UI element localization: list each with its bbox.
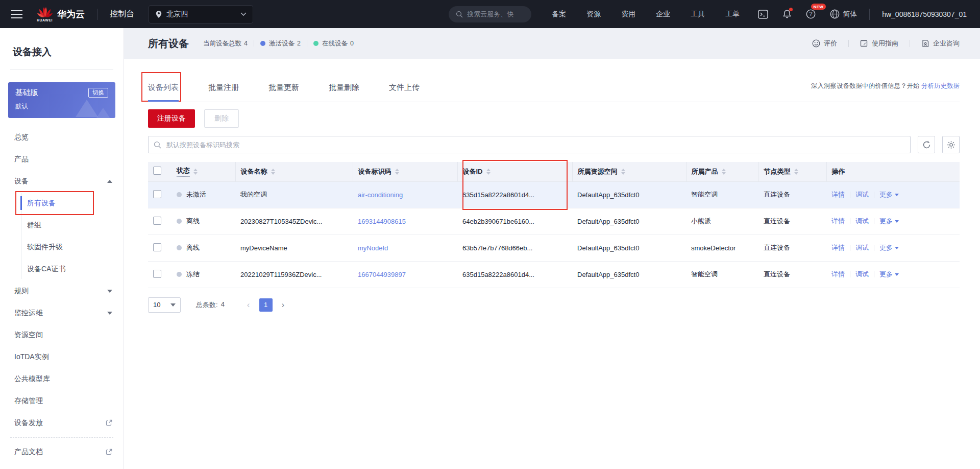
- sidebar-item-api-explorer[interactable]: API检索和调试: [0, 463, 124, 469]
- edition-card[interactable]: 基础版 切换 默认: [8, 82, 115, 118]
- sidebar-item-device-provisioning[interactable]: 设备发放: [0, 412, 124, 434]
- sidebar-item-products[interactable]: 产品: [0, 148, 124, 170]
- sidebar-item-rules[interactable]: 规则: [0, 280, 124, 302]
- more-menu[interactable]: 更多: [879, 190, 899, 199]
- sort-icon[interactable]: [395, 169, 399, 175]
- node-id-link[interactable]: 1693144908615: [358, 218, 406, 225]
- language-switcher[interactable]: 简体: [830, 9, 857, 19]
- tab-batch-register[interactable]: 批量注册: [208, 83, 239, 102]
- user-guide-button[interactable]: 使用指南: [860, 39, 898, 48]
- next-page-button[interactable]: ›: [282, 300, 285, 310]
- column-device-id[interactable]: 设备ID: [457, 162, 572, 181]
- huawei-cloud-logo[interactable]: HUAWEI 华为云: [37, 7, 85, 22]
- column-resource-space[interactable]: 所属资源空间: [572, 162, 686, 181]
- sidebar-item-product-docs[interactable]: 产品文档: [0, 441, 124, 463]
- switch-edition-button[interactable]: 切换: [88, 88, 108, 98]
- search-icon: [456, 11, 463, 18]
- nav-item-beian[interactable]: 备案: [552, 10, 566, 19]
- column-node-id[interactable]: 设备标识码: [353, 162, 457, 181]
- sort-icon[interactable]: [193, 169, 198, 175]
- row-checkbox[interactable]: [153, 270, 161, 278]
- enterprise-consult-button[interactable]: 企业咨询: [921, 39, 960, 48]
- sidebar-item-devices[interactable]: 设备: [0, 170, 124, 192]
- debug-link[interactable]: 调试: [855, 243, 869, 252]
- debug-link[interactable]: 调试: [855, 190, 869, 199]
- sidebar-item-firmware-upgrade[interactable]: 软固件升级: [0, 236, 124, 258]
- sort-icon[interactable]: [722, 169, 726, 175]
- sort-icon[interactable]: [794, 169, 798, 175]
- node-id-link[interactable]: 1667044939897: [358, 271, 406, 278]
- page-size-select[interactable]: 10: [148, 297, 181, 313]
- refresh-button[interactable]: [918, 136, 935, 153]
- sidebar-item-monitoring[interactable]: 监控运维: [0, 302, 124, 324]
- node-type: 直连设备: [758, 235, 826, 261]
- device-search-box[interactable]: [148, 136, 911, 153]
- debug-link[interactable]: 调试: [855, 270, 869, 279]
- analyze-history-link[interactable]: 分析历史数据: [921, 82, 960, 89]
- activated-dot-icon: [260, 41, 265, 46]
- row-checkbox[interactable]: [153, 217, 161, 225]
- sort-icon[interactable]: [271, 169, 275, 175]
- prev-page-button[interactable]: ‹: [247, 300, 250, 310]
- table-row: 离线 20230827T105345ZDevic... 169314490861…: [148, 208, 960, 235]
- register-device-button[interactable]: 注册设备: [148, 109, 195, 128]
- more-menu[interactable]: 更多: [879, 270, 899, 279]
- detail-link[interactable]: 详情: [831, 190, 845, 199]
- device-name: myDeviceName: [235, 235, 353, 261]
- sidebar-item-public-model-library[interactable]: 公共模型库: [0, 368, 124, 390]
- hamburger-menu-icon[interactable]: [11, 10, 22, 18]
- sort-icon[interactable]: [621, 169, 625, 175]
- node-id-link[interactable]: myNodeId: [358, 244, 388, 252]
- external-link-icon: [106, 419, 112, 426]
- tab-file-upload[interactable]: 文件上传: [389, 83, 420, 102]
- sidebar-item-all-devices[interactable]: 所有设备: [0, 192, 124, 214]
- tab-batch-delete[interactable]: 批量删除: [329, 83, 359, 102]
- region-selector[interactable]: 北京四: [149, 5, 253, 24]
- stat-activated-label: 激活设备: [269, 39, 295, 48]
- cli-terminal-icon[interactable]: [758, 10, 768, 19]
- tab-device-list[interactable]: 设备列表: [148, 83, 179, 102]
- device-search-input[interactable]: [165, 140, 905, 149]
- chevron-down-icon: [107, 290, 112, 293]
- debug-link[interactable]: 调试: [855, 217, 869, 226]
- node-id-link[interactable]: air-conditioning: [358, 191, 403, 199]
- sidebar-item-iotda-instances[interactable]: IoTDA实例: [0, 346, 124, 368]
- row-checkbox[interactable]: [153, 243, 161, 251]
- feedback-button[interactable]: 评价: [812, 39, 837, 48]
- notifications-bell-icon[interactable]: [782, 9, 792, 19]
- page-number-current[interactable]: 1: [259, 298, 273, 312]
- content-panel: 设备列表 批量注册 批量更新 批量删除 文件上传 深入洞察设备数据中的价值信息？…: [124, 59, 980, 469]
- column-status[interactable]: 状态: [172, 162, 235, 181]
- table-settings-button[interactable]: [942, 136, 960, 153]
- sidebar-item-overview[interactable]: 总览: [0, 126, 124, 148]
- nav-item-billing[interactable]: 费用: [621, 10, 635, 19]
- nav-item-resources[interactable]: 资源: [586, 10, 601, 19]
- detail-link[interactable]: 详情: [831, 217, 845, 226]
- detail-link[interactable]: 详情: [831, 243, 845, 252]
- sidebar-item-resource-spaces[interactable]: 资源空间: [0, 324, 124, 346]
- more-menu[interactable]: 更多: [879, 217, 899, 226]
- topbar-search[interactable]: 搜索云服务、快: [449, 6, 531, 22]
- row-checkbox[interactable]: [153, 190, 161, 198]
- brand-name: 华为云: [57, 8, 85, 20]
- column-node-type[interactable]: 节点类型: [758, 162, 826, 181]
- sidebar-item-groups[interactable]: 群组: [0, 214, 124, 236]
- detail-link[interactable]: 详情: [831, 270, 845, 279]
- account-name[interactable]: hw_008618750930307_01: [882, 10, 967, 18]
- resource-space: DefaultApp_635dfct0: [572, 235, 686, 261]
- total-value: 4: [221, 300, 225, 310]
- column-device-name[interactable]: 设备名称: [235, 162, 353, 181]
- nav-item-tools[interactable]: 工具: [691, 10, 705, 19]
- more-menu[interactable]: 更多: [879, 243, 899, 252]
- nav-item-tickets[interactable]: 工单: [725, 10, 740, 19]
- sort-icon[interactable]: [486, 169, 491, 175]
- select-all-checkbox[interactable]: [153, 167, 161, 175]
- help-icon[interactable]: ? NEW: [806, 9, 816, 19]
- sidebar-item-device-ca-cert[interactable]: 设备CA证书: [0, 258, 124, 280]
- tab-batch-update[interactable]: 批量更新: [268, 83, 299, 102]
- column-product[interactable]: 所属产品: [686, 162, 758, 181]
- nav-item-enterprise[interactable]: 企业: [656, 10, 670, 19]
- delete-button[interactable]: 删除: [204, 109, 239, 128]
- console-link[interactable]: 控制台: [110, 9, 134, 19]
- sidebar-item-storage-management[interactable]: 存储管理: [0, 390, 124, 412]
